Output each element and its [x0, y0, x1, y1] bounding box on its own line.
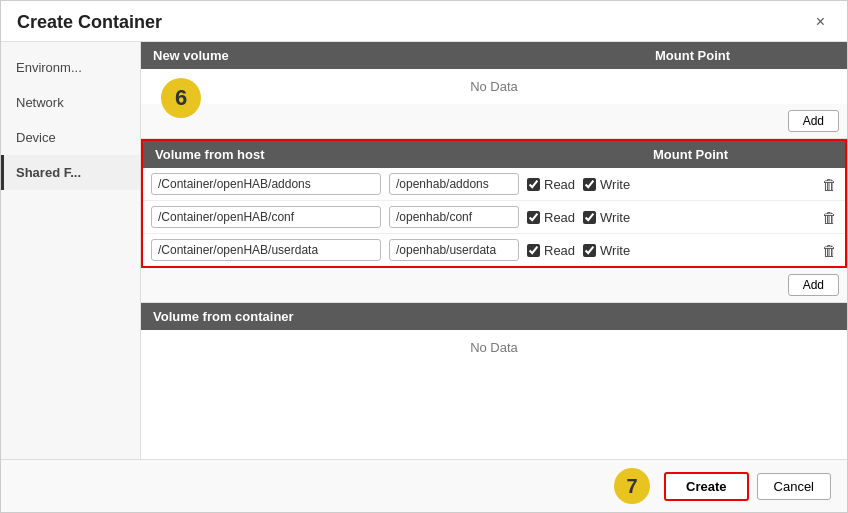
sidebar-item-device[interactable]: Device [1, 120, 140, 155]
write-checkbox-label-1[interactable]: Write [583, 177, 630, 192]
footer-create-area: 7 Create Cancel [614, 468, 831, 504]
volume-container-header: Volume from container [141, 303, 847, 330]
step-7-badge: 7 [614, 468, 650, 504]
new-volume-add-button[interactable]: Add [788, 110, 839, 132]
volume-host-add-button[interactable]: Add [788, 274, 839, 296]
write-checkbox-2[interactable] [583, 211, 596, 224]
delete-row-2-button[interactable]: 🗑 [822, 209, 837, 226]
write-checkbox-label-2[interactable]: Write [583, 210, 630, 225]
create-container-dialog: Create Container × Environm... Network D… [0, 0, 848, 513]
read-checkbox-2[interactable] [527, 211, 540, 224]
step-6-badge: 6 [161, 78, 201, 118]
read-checkbox-label-1[interactable]: Read [527, 177, 575, 192]
cancel-button[interactable]: Cancel [757, 473, 831, 500]
delete-row-3-button[interactable]: 🗑 [822, 242, 837, 259]
volume-row: Read Write 🗑 [143, 168, 845, 201]
sidebar-item-shared[interactable]: Shared F... [1, 155, 140, 190]
mount-point-input-3[interactable] [389, 239, 519, 261]
create-button[interactable]: Create [664, 472, 748, 501]
volume-container-no-data: No Data [141, 330, 847, 365]
volume-host-header-col2: Mount Point [653, 147, 833, 162]
volume-row: Read Write 🗑 [143, 234, 845, 266]
dialog-body: Environm... Network Device Shared F... N… [1, 42, 847, 459]
new-volume-header: New volume Mount Point [141, 42, 847, 69]
read-checkbox-label-2[interactable]: Read [527, 210, 575, 225]
read-checkbox-1[interactable] [527, 178, 540, 191]
write-checkbox-3[interactable] [583, 244, 596, 257]
read-checkbox-3[interactable] [527, 244, 540, 257]
new-volume-no-data: No Data [141, 69, 847, 104]
volume-host-header: Volume from host Mount Point [143, 141, 845, 168]
new-volume-add-row: Add [141, 104, 847, 139]
volume-container-header-col1: Volume from container [153, 309, 835, 324]
host-path-input-2[interactable] [151, 206, 381, 228]
volume-row: Read Write 🗑 [143, 201, 845, 234]
new-volume-header-col2: Mount Point [655, 48, 835, 63]
volume-host-add-row: Add [141, 268, 847, 303]
sidebar-item-network[interactable]: Network [1, 85, 140, 120]
dialog-header: Create Container × [1, 1, 847, 42]
host-path-input-3[interactable] [151, 239, 381, 261]
dialog-title: Create Container [17, 12, 162, 33]
delete-row-1-button[interactable]: 🗑 [822, 176, 837, 193]
write-checkbox-1[interactable] [583, 178, 596, 191]
main-content: New volume Mount Point 6 No Data Add [141, 42, 847, 459]
sidebar: Environm... Network Device Shared F... [1, 42, 141, 459]
close-button[interactable]: × [810, 11, 831, 33]
dialog-footer: 7 Create Cancel [1, 459, 847, 512]
volume-host-header-col1: Volume from host [155, 147, 653, 162]
sidebar-item-environ[interactable]: Environm... [1, 50, 140, 85]
read-checkbox-label-3[interactable]: Read [527, 243, 575, 258]
mount-point-input-2[interactable] [389, 206, 519, 228]
volume-host-wrapper: Volume from host Mount Point Read [141, 139, 847, 268]
new-volume-header-col1: New volume [153, 48, 655, 63]
write-checkbox-label-3[interactable]: Write [583, 243, 630, 258]
host-path-input-1[interactable] [151, 173, 381, 195]
mount-point-input-1[interactable] [389, 173, 519, 195]
